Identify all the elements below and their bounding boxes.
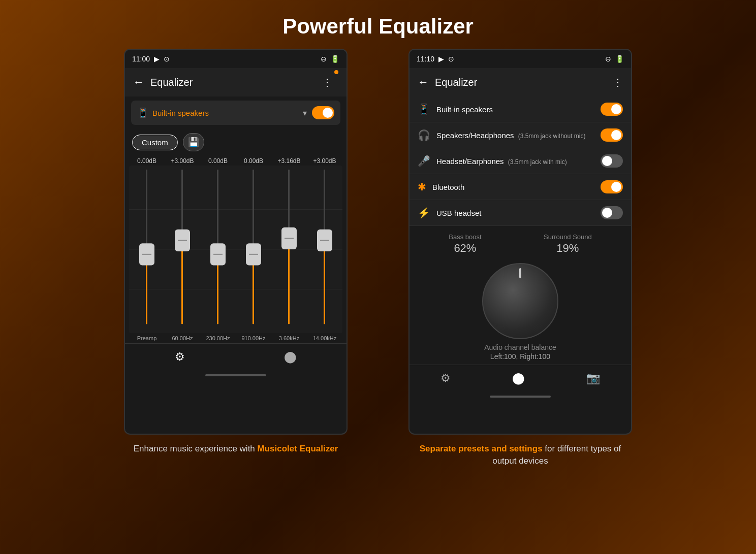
device-right-1: ▾ [303, 106, 334, 119]
caption-1-text: Enhance music experience with [134, 444, 258, 453]
device-item-builtin[interactable]: 📱 Built-in speakers [410, 96, 631, 122]
camera-nav-icon-2[interactable]: 📷 [586, 372, 600, 385]
device-left-1: 📱 Built-in speakers [137, 107, 209, 118]
phone-2: 11:10 ▶ ⊙ ⊖ 🔋 ← Equalizer ⋮ 📱 [408, 49, 632, 435]
save-preset-button[interactable]: 💾 [183, 133, 204, 151]
more-menu-2[interactable]: ⋮ [613, 76, 623, 88]
db-val-1: +3.00dB [168, 157, 197, 165]
status-right-1: ⊖ 🔋 [321, 55, 339, 63]
db-val-4: +3.16dB [275, 157, 303, 165]
page-title: Powerful Equalizer [0, 0, 756, 49]
back-button-2[interactable]: ← [418, 76, 429, 89]
surround-item: Surround Sound 19% [544, 233, 592, 255]
eq-nav-icon-2[interactable]: ⚙ [440, 372, 451, 385]
eq-nav-icon-1[interactable]: ⚙ [175, 350, 185, 364]
freq-0: Preamp [133, 335, 161, 341]
device-item-usb[interactable]: ⚡ USB headset [410, 200, 631, 226]
earphones-toggle[interactable] [601, 154, 623, 168]
app-title-2: Equalizer [435, 77, 477, 88]
freq-4: 3.60kHz [275, 335, 303, 341]
device-item-left-bluetooth: ✱ Bluetooth [418, 181, 464, 193]
surround-value: 19% [544, 242, 592, 255]
audio-balance-label: Audio channel balance [484, 343, 556, 351]
device-name-1: Built-in speakers [152, 109, 209, 117]
db-values-row: 0.00dB +3.00dB 0.00dB 0.00dB +3.16dB +3.… [125, 155, 346, 166]
status-bar-2: 11:10 ▶ ⊙ ⊖ 🔋 [410, 50, 631, 68]
freq-3: 910.00Hz [239, 335, 268, 341]
boost-section: Bass boost 62% Surround Sound 19% [410, 226, 631, 259]
device-item-left-usb: ⚡ USB headset [418, 207, 481, 219]
caption-2: Separate presets and settings for differ… [408, 443, 632, 467]
back-button-1[interactable]: ← [133, 76, 144, 89]
db-val-0: 0.00dB [133, 157, 161, 165]
bass-boost-label: Bass boost [449, 233, 481, 241]
caption-1-highlight: Musicolet Equalizer [258, 444, 338, 453]
battery-icon-1: 🔋 [331, 55, 339, 63]
bluetooth-toggle[interactable] [601, 180, 623, 193]
notification-dot-1 [334, 70, 338, 74]
target-icon-1: ⊙ [164, 55, 170, 63]
builtin-name: Built-in speakers [436, 105, 493, 114]
db-val-2: 0.00dB [204, 157, 232, 165]
app-bar-2: ← Equalizer ⋮ [410, 68, 631, 96]
usb-toggle[interactable] [601, 206, 623, 219]
speaker-device-icon: 📱 [418, 103, 430, 115]
builtin-toggle[interactable] [601, 103, 623, 116]
more-menu-1[interactable]: ⋮ [322, 76, 332, 88]
captions-container: Enhance music experience with Musicolet … [0, 435, 756, 467]
app-bar-left-2: ← Equalizer [418, 76, 477, 89]
bottom-nav-2: ⚙ ⬤ 📷 [410, 365, 631, 391]
minus-circle-icon-2: ⊖ [605, 55, 611, 63]
status-left-1: 11:00 ▶ ⊙ [132, 55, 170, 63]
headset-icon: 🎤 [418, 155, 430, 167]
surround-label: Surround Sound [544, 233, 592, 241]
save-icon: 💾 [188, 137, 199, 148]
knob-container: Audio channel balance Left:100, Right:10… [410, 259, 631, 365]
minus-circle-icon-1: ⊖ [321, 55, 327, 63]
freq-1: 60.00Hz [168, 335, 197, 341]
time-1: 11:00 [132, 55, 150, 63]
caption-1: Enhance music experience with Musicolet … [124, 443, 348, 467]
speaker-icon-1: 📱 [137, 107, 148, 118]
status-left-2: 11:10 ▶ ⊙ [417, 55, 454, 63]
preset-row-1: Custom 💾 [125, 129, 346, 155]
bottom-nav-1: ⚙ ⬤ [125, 343, 346, 370]
device-item-left-headphones: 🎧 Speakers/Headphones (3.5mm jack withou… [418, 129, 585, 141]
home-bar-1 [205, 374, 266, 376]
app-bar-left-1: ← Equalizer [133, 76, 193, 89]
custom-preset-button[interactable]: Custom [132, 135, 178, 150]
usb-name: USB headset [436, 209, 481, 217]
phones-container: 11:00 ▶ ⊙ ⊖ 🔋 ← Equalizer ⋮ 📱 [0, 49, 756, 435]
target-icon-2: ⊙ [448, 55, 454, 63]
app-bar-1: ← Equalizer ⋮ [125, 68, 346, 96]
time-2: 11:10 [417, 55, 434, 63]
device-toggle-1[interactable] [312, 106, 334, 119]
device-item-bluetooth[interactable]: ✱ Bluetooth [410, 174, 631, 200]
device-item-headphones[interactable]: 🎧 Speakers/Headphones (3.5mm jack withou… [410, 122, 631, 148]
home-bar-2 [490, 396, 551, 398]
device-list: 📱 Built-in speakers 🎧 Speakers/Headphone… [410, 96, 631, 226]
app-title-1: Equalizer [150, 77, 193, 88]
phone-1: 11:00 ▶ ⊙ ⊖ 🔋 ← Equalizer ⋮ 📱 [124, 49, 348, 435]
device-item-earphones[interactable]: 🎤 Headset/Earphones (3.5mm jack with mic… [410, 148, 631, 174]
freq-labels-row: Preamp 60.00Hz 230.00Hz 910.00Hz 3.60kHz… [125, 333, 346, 343]
headphones-toggle[interactable] [601, 128, 623, 142]
headphones-sub: (3.5mm jack without mic) [518, 133, 586, 140]
knob-indicator [519, 268, 521, 278]
bass-boost-value: 62% [449, 242, 481, 255]
earphones-name: Headset/Earphones (3.5mm jack with mic) [436, 157, 567, 166]
bluetooth-name: Bluetooth [432, 183, 464, 191]
circle-nav-icon-2[interactable]: ⬤ [512, 372, 525, 385]
db-val-5: +3.00dB [310, 157, 339, 165]
caption-2-highlight: Separate presets and settings [420, 444, 543, 453]
device-item-left-earphones: 🎤 Headset/Earphones (3.5mm jack with mic… [418, 155, 567, 167]
play-icon-1: ▶ [154, 55, 160, 63]
bass-boost-item: Bass boost 62% [449, 233, 481, 255]
battery-icon-2: 🔋 [615, 55, 624, 63]
audio-balance-value: Left:100, Right:100 [490, 352, 550, 361]
earphones-sub: (3.5mm jack with mic) [508, 158, 567, 166]
circle-nav-icon-1[interactable]: ⬤ [284, 350, 297, 364]
audio-balance-knob[interactable] [482, 263, 558, 339]
device-selector-1[interactable]: 📱 Built-in speakers ▾ [131, 101, 340, 125]
headphones-name: Speakers/Headphones (3.5mm jack without … [436, 131, 585, 140]
